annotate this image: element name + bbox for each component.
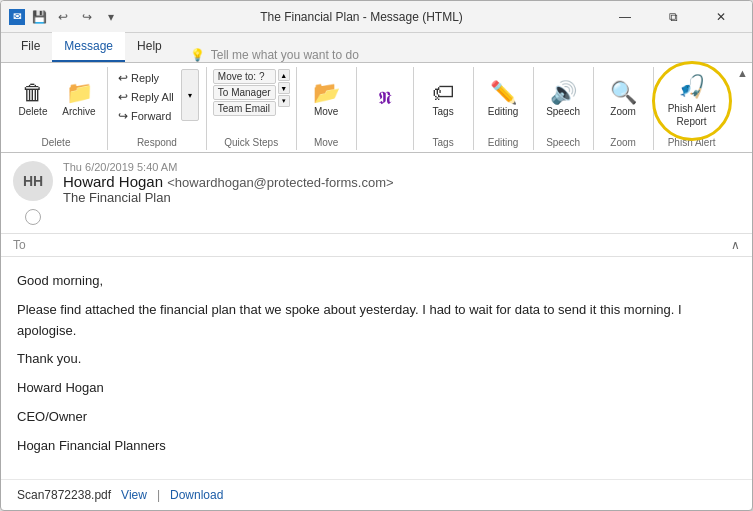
reply-icon: ↩	[118, 71, 128, 85]
editing-content: ✏️ Editing	[481, 69, 525, 133]
save-qat-button[interactable]: 💾	[29, 7, 49, 27]
to-row: To ∧	[1, 234, 752, 257]
window-title: The Financial Plan - Message (HTML)	[121, 10, 602, 24]
ribbon-group-speech: 🔊 Speech Speech	[534, 67, 594, 150]
respond-group-label: Respond	[137, 137, 177, 148]
app-icon: ✉	[9, 9, 25, 25]
qs-team-email[interactable]: Team Email	[213, 101, 276, 116]
move-button[interactable]: 📂 Move	[304, 69, 348, 129]
onenote-button[interactable]: 𝕹	[363, 69, 407, 129]
speech-button[interactable]: 🔊 Speech	[541, 69, 585, 129]
body-thanks: Thank you.	[17, 349, 736, 370]
delete-button[interactable]: 🗑 Delete	[11, 69, 55, 129]
sender-avatar: HH	[13, 161, 53, 201]
outlook-window: ✉ 💾 ↩ ↪ ▾ The Financial Plan - Message (…	[0, 0, 753, 511]
forward-button[interactable]: ↪ Forward	[114, 107, 178, 125]
respond-col: ↩ Reply ↩ Reply All ↪ Forward	[114, 69, 178, 125]
ribbon-tabs: File Message Help 💡 Tell me what you wan…	[1, 33, 752, 63]
collapse-to-button[interactable]: ∧	[731, 238, 740, 252]
tags-label: Tags	[433, 137, 454, 148]
qs-move-to[interactable]: Move to: ?	[213, 69, 276, 84]
respond-group-content: ↩ Reply ↩ Reply All ↪ Forward ▾	[114, 69, 200, 133]
undo-qat-button[interactable]: ↩	[53, 7, 73, 27]
reply-button[interactable]: ↩ Reply	[114, 69, 178, 87]
tags-content: 🏷 Tags	[421, 69, 465, 133]
ribbon-group-quick-steps: Move to: ? To Manager Team Email ▲ ▼ ▾ Q…	[207, 67, 297, 150]
tab-file[interactable]: File	[9, 32, 52, 62]
title-bar: ✉ 💾 ↩ ↪ ▾ The Financial Plan - Message (…	[1, 1, 752, 33]
respond-more-button[interactable]: ▾	[181, 69, 199, 121]
tell-me-text: Tell me what you want to do	[211, 48, 359, 62]
zoom-icon: 🔍	[610, 82, 637, 104]
quick-steps-label: Quick Steps	[224, 137, 278, 148]
qs-more-button[interactable]: ▾	[278, 95, 290, 107]
restore-button[interactable]: ⧉	[650, 1, 696, 33]
phish-alert-content: 🎣 Phish AlertReport	[662, 69, 722, 133]
qs-to-manager[interactable]: To Manager	[213, 85, 276, 100]
zoom-content: 🔍 Zoom	[601, 69, 645, 133]
avatar-circle	[25, 209, 41, 225]
tab-message[interactable]: Message	[52, 32, 125, 62]
tab-help[interactable]: Help	[125, 32, 174, 62]
editing-button[interactable]: ✏️ Editing	[481, 69, 525, 129]
email-area: HH Thu 6/20/2019 5:40 AM Howard Hogan <h…	[1, 153, 752, 510]
delete-group-label: Delete	[42, 137, 71, 148]
onenote-icon: 𝕹	[378, 89, 392, 107]
qs-up-button[interactable]: ▲	[278, 69, 290, 81]
minimize-button[interactable]: —	[602, 1, 648, 33]
tell-me-bar: 💡 Tell me what you want to do	[190, 48, 744, 62]
email-date: Thu 6/20/2019 5:40 AM	[63, 161, 740, 173]
archive-button[interactable]: 📁 Archive	[57, 69, 101, 129]
email-body: Good morning, Please find attached the f…	[1, 257, 752, 479]
editing-label: Editing	[488, 137, 519, 148]
speech-label: Speech	[546, 137, 580, 148]
body-greeting: Good morning,	[17, 271, 736, 292]
body-main: Please find attached the financial plan …	[17, 300, 736, 342]
editing-icon: ✏️	[490, 82, 517, 104]
speech-content: 🔊 Speech	[541, 69, 585, 133]
zoom-button[interactable]: 🔍 Zoom	[601, 69, 645, 129]
title-bar-left: ✉ 💾 ↩ ↪ ▾	[9, 7, 121, 27]
reply-all-button[interactable]: ↩ Reply All	[114, 88, 178, 106]
phish-alert-group-label: Phish Alert	[668, 137, 716, 148]
attachment-download-link[interactable]: Download	[170, 488, 223, 502]
sender-email: <howardhogan@protected-forms.com>	[167, 175, 393, 190]
tags-icon: 🏷	[432, 82, 454, 104]
ribbon: 🗑 Delete 📁 Archive Delete ↩ Reply	[1, 63, 752, 153]
ribbon-group-delete: 🗑 Delete 📁 Archive Delete	[5, 67, 108, 150]
phish-alert-label: Phish AlertReport	[668, 102, 716, 128]
forward-icon: ↪	[118, 109, 128, 123]
ribbon-group-move: 📂 Move Move	[297, 67, 357, 150]
ribbon-group-tags: 🏷 Tags Tags	[414, 67, 474, 150]
email-subject: The Financial Plan	[63, 190, 740, 205]
more-qat-button[interactable]: ▾	[101, 7, 121, 27]
body-signature-name: Howard Hogan	[17, 378, 736, 399]
speech-icon: 🔊	[550, 82, 577, 104]
quick-steps-content: Move to: ? To Manager Team Email ▲ ▼ ▾	[213, 69, 290, 133]
close-button[interactable]: ✕	[698, 1, 744, 33]
delete-icon: 🗑	[22, 82, 44, 104]
delete-group-content: 🗑 Delete 📁 Archive	[11, 69, 101, 133]
qs-down-button[interactable]: ▼	[278, 82, 290, 94]
redo-qat-button[interactable]: ↪	[77, 7, 97, 27]
ribbon-group-editing: ✏️ Editing Editing	[474, 67, 534, 150]
email-from: Howard Hogan <howardhogan@protected-form…	[63, 173, 740, 190]
reply-all-icon: ↩	[118, 90, 128, 104]
sender-name: Howard Hogan	[63, 173, 163, 190]
phish-alert-highlight-circle	[652, 61, 732, 141]
move-label: Move	[314, 137, 338, 148]
ribbon-group-zoom: 🔍 Zoom Zoom	[594, 67, 654, 150]
ribbon-group-respond: ↩ Reply ↩ Reply All ↪ Forward ▾	[108, 67, 207, 150]
phish-alert-button[interactable]: 🎣 Phish AlertReport	[662, 69, 722, 133]
email-header: HH Thu 6/20/2019 5:40 AM Howard Hogan <h…	[1, 153, 752, 234]
tags-button[interactable]: 🏷 Tags	[421, 69, 465, 129]
quick-steps-list: Move to: ? To Manager Team Email	[213, 69, 276, 116]
phish-alert-icon: 🎣	[678, 74, 705, 100]
attachment-row: Scan7872238.pdf View | Download	[1, 479, 752, 510]
window-controls: — ⧉ ✕	[602, 1, 744, 33]
move-icon: 📂	[313, 82, 340, 104]
archive-icon: 📁	[66, 82, 93, 104]
ribbon-collapse-button[interactable]: ▲	[737, 67, 748, 79]
attachment-view-link[interactable]: View	[121, 488, 147, 502]
zoom-label: Zoom	[610, 137, 636, 148]
